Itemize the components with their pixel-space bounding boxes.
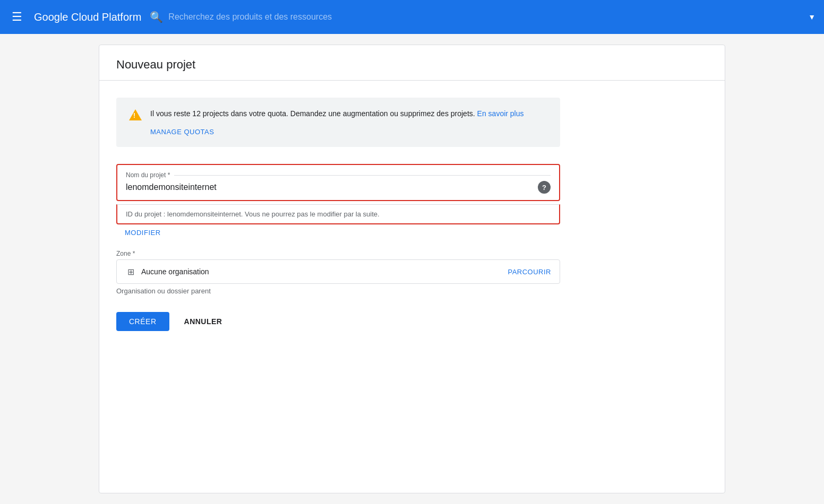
- create-button[interactable]: CRÉER: [116, 312, 169, 331]
- organization-icon: ⊞: [125, 266, 136, 277]
- zone-hint: Organisation ou dossier parent: [116, 287, 560, 295]
- help-icon[interactable]: ?: [538, 181, 551, 194]
- page-header: Nouveau projet: [99, 45, 725, 81]
- dropdown-icon[interactable]: ▼: [808, 13, 816, 21]
- zone-label: Zone: [116, 250, 131, 257]
- project-name-label-row: Nom du projet *: [126, 171, 551, 179]
- page-title: Nouveau projet: [116, 58, 708, 72]
- zone-label-row: Zone *: [116, 250, 560, 257]
- page-body: Il vous reste 12 projects dans votre quo…: [99, 81, 577, 348]
- menu-icon[interactable]: ☰: [8, 10, 25, 24]
- app-title: Google Cloud Platform: [34, 11, 141, 23]
- project-name-label: Nom du projet *: [126, 171, 170, 179]
- zone-field: Zone * ⊞ Aucune organisation PARCOURIR O…: [116, 250, 560, 295]
- main-content: Nouveau projet Il vous reste 12 projects…: [0, 34, 824, 504]
- label-separator: [174, 175, 551, 176]
- action-buttons: CRÉER ANNULER: [116, 312, 560, 331]
- zone-required-marker: *: [133, 250, 135, 257]
- search-bar: 🔍: [150, 11, 521, 23]
- zone-value: Aucune organisation: [141, 267, 209, 276]
- project-name-field: Nom du projet * lenomdemonsiteinternet ?…: [116, 164, 560, 237]
- zone-container: ⊞ Aucune organisation PARCOURIR: [116, 259, 560, 284]
- warning-text-main: Il vous reste 12 projects dans votre quo…: [150, 109, 475, 118]
- project-name-value: lenomdemonsiteinternet: [126, 183, 217, 192]
- project-name-container: Nom du projet * lenomdemonsiteinternet ?: [116, 164, 560, 201]
- navbar: ☰ Google Cloud Platform 🔍 ▼: [0, 0, 824, 34]
- cancel-button[interactable]: ANNULER: [180, 312, 227, 331]
- zone-left: ⊞ Aucune organisation: [125, 266, 209, 277]
- warning-text: Il vous reste 12 projects dans votre quo…: [150, 108, 547, 119]
- parcourir-link[interactable]: PARCOURIR: [508, 268, 551, 276]
- project-id-hint: ID du projet : lenomdemonsiteinternet. V…: [116, 204, 560, 224]
- en-savoir-plus-link[interactable]: En savoir plus: [477, 109, 524, 118]
- warning-box: Il vous reste 12 projects dans votre quo…: [116, 98, 560, 147]
- warning-icon: [129, 109, 142, 123]
- warning-content: Il vous reste 12 projects dans votre quo…: [150, 108, 547, 136]
- warning-triangle-icon: [129, 109, 142, 120]
- manage-quotas-link[interactable]: MANAGE QUOTAS: [150, 128, 214, 136]
- project-name-input-row: lenomdemonsiteinternet ?: [126, 181, 551, 194]
- search-icon: 🔍: [150, 11, 163, 23]
- page-card: Nouveau projet Il vous reste 12 projects…: [99, 45, 725, 493]
- modifier-link[interactable]: MODIFIER: [125, 229, 161, 237]
- search-input[interactable]: [168, 12, 521, 22]
